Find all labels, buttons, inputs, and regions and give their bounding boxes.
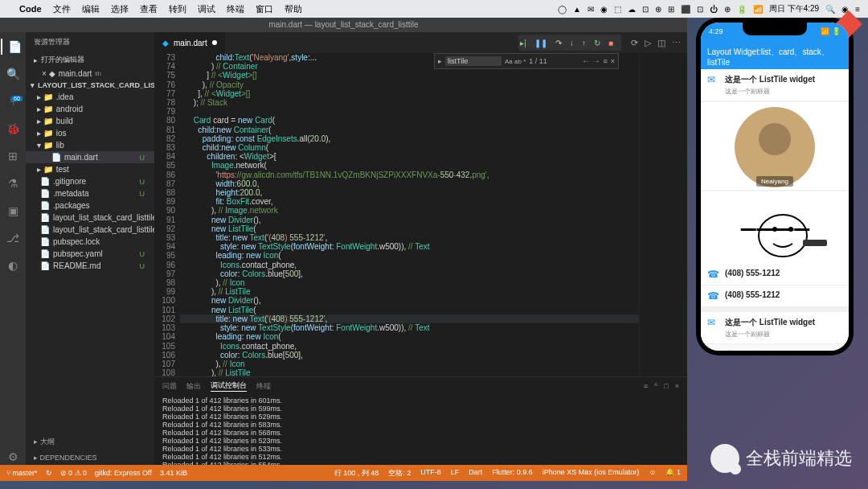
docker-icon[interactable]: ▣ xyxy=(5,203,21,219)
find-prev-icon[interactable]: ← xyxy=(582,57,589,65)
search-icon[interactable]: 🔍 xyxy=(825,5,835,14)
gitkd[interactable]: gitkd: Express Off xyxy=(95,469,152,477)
menu-file[interactable]: 文件 xyxy=(53,3,71,15)
sync[interactable]: ↻ xyxy=(46,469,52,477)
explorer-icon[interactable]: 📄 xyxy=(1,39,25,55)
test-icon[interactable]: ⚗ xyxy=(5,175,21,191)
open-editors-header[interactable]: ▸ 打开的编辑器 xyxy=(26,52,154,68)
debug-stepin-icon[interactable]: ↓ xyxy=(568,39,575,47)
tree-item[interactable]: 📄 pubspec.lock xyxy=(26,236,154,248)
tray-icon[interactable]: ▲ xyxy=(573,5,581,14)
menu-window[interactable]: 窗口 xyxy=(256,3,273,15)
tray-icon[interactable]: ⬛ xyxy=(681,5,690,14)
debug-step-icon[interactable]: ↷ xyxy=(554,39,563,47)
menu-select[interactable]: 选择 xyxy=(111,3,129,15)
panel-terminal[interactable]: 终端 xyxy=(256,381,271,392)
tray-icon[interactable]: ⊕ xyxy=(655,5,661,14)
find-close-icon[interactable]: × xyxy=(611,57,615,65)
tree-item[interactable]: ▸ 📁 ios xyxy=(26,127,154,139)
feedback-icon[interactable]: ☺ xyxy=(649,468,656,479)
restart-icon[interactable]: ⟳ xyxy=(631,38,638,48)
debug-stepout-icon[interactable]: ↑ xyxy=(580,39,588,47)
flutter-ver[interactable]: Flutter: 0.9.6 xyxy=(492,468,533,479)
clock[interactable]: 周日 下午4:29 xyxy=(769,3,819,14)
menu-icon[interactable]: ≡ xyxy=(855,5,860,14)
tree-item[interactable]: 📄 .gitignoreU xyxy=(26,175,154,187)
panel-problems[interactable]: 问题 xyxy=(162,381,177,392)
tray-icon[interactable]: ◯ xyxy=(558,5,567,14)
panel-max-icon[interactable]: □ xyxy=(664,382,668,390)
menu-goto[interactable]: 转到 xyxy=(169,3,186,15)
flutter-icon[interactable]: ◐ xyxy=(5,257,21,273)
tray-icon[interactable]: ⊡ xyxy=(697,5,703,14)
find-input[interactable] xyxy=(445,56,502,66)
run-icon[interactable]: ▷ xyxy=(645,38,651,48)
list-tile-phone[interactable]: ☎ (408) 555-1212 xyxy=(701,286,849,306)
problems[interactable]: ⊘ 0 ⚠ 0 xyxy=(60,469,88,477)
tray-icon[interactable]: ⊞ xyxy=(668,5,674,14)
panel-output[interactable]: 输出 xyxy=(186,381,201,392)
tray-icon[interactable]: ✉ xyxy=(588,5,594,14)
panel-clear-icon[interactable]: ≡ xyxy=(644,382,648,390)
tree-item[interactable]: 📄 layout_list_stack_card_listtile_androi… xyxy=(26,212,154,224)
tree-item[interactable]: 📄 README.mdU xyxy=(26,260,154,272)
tree-item[interactable]: 📄 main.dartU xyxy=(26,151,154,163)
list-tile-phone[interactable]: ☎ (408) 555-1212 xyxy=(701,264,849,285)
code-editor[interactable]: 7374757677787980818283848586878889909192… xyxy=(154,53,687,376)
panel-debug-console[interactable]: 调试控制台 xyxy=(211,380,247,392)
tree-item[interactable]: ▸ 📁 .idea xyxy=(26,91,154,103)
menu-terminal[interactable]: 终端 xyxy=(227,3,244,15)
tray-icon[interactable]: ⊡ xyxy=(642,5,649,14)
wifi-icon[interactable]: 📶 xyxy=(753,5,763,14)
panel-up-icon[interactable]: ^ xyxy=(654,382,657,390)
phone-body[interactable]: ✉ 这是一个 ListTile widget这是一个副标题 Nealyang ▬… xyxy=(701,69,849,351)
battery-icon[interactable]: 🔋 xyxy=(737,5,747,14)
project-root[interactable]: ▾ LAYOUT_LIST_STACK_CARD_LISTTILE xyxy=(26,80,154,91)
outline-section[interactable]: ▸ 大纲 xyxy=(26,434,154,450)
settings-icon[interactable]: ⚙ xyxy=(5,449,21,465)
tree-item[interactable]: ▸ 📁 build xyxy=(26,115,154,127)
cursor-pos[interactable]: 行 100 , 列 48 xyxy=(334,468,379,479)
device[interactable]: iPhone XS Max (ios Emulator) xyxy=(542,468,640,479)
tree-item[interactable]: 📄 .metadataU xyxy=(26,187,154,199)
indent[interactable]: 空格: 2 xyxy=(388,468,411,479)
split-icon[interactable]: ◫ xyxy=(657,38,665,48)
deps-section[interactable]: ▸ DEPENDENCIES xyxy=(26,450,154,465)
debug-icon[interactable]: 🐞 xyxy=(5,121,21,137)
debug-continue-icon[interactable]: ▸| xyxy=(518,39,528,47)
extensions-icon[interactable]: ⊞ xyxy=(5,148,21,164)
gitlens-icon[interactable]: ⎇ xyxy=(5,230,21,246)
tree-item[interactable]: 📄 layout_list_stack_card_listtile.imlU xyxy=(26,224,154,236)
tray-icon[interactable]: ⊕ xyxy=(724,5,731,14)
open-editor-item[interactable]: × ◆ main.dart lib xyxy=(26,68,154,80)
list-tile[interactable]: ✉ 这是一个 ListTile widget这是一个副标题 xyxy=(701,312,849,343)
find-next-icon[interactable]: → xyxy=(592,57,600,65)
tree-item[interactable]: ▾ 📁 lib xyxy=(26,139,154,151)
list-tile[interactable]: ✉ 这是一个 ListTile widget这是一个副标题 xyxy=(701,69,849,101)
branch[interactable]: ⑂ master* xyxy=(6,469,38,477)
encoding[interactable]: UTF-8 xyxy=(420,468,441,479)
menu-debug[interactable]: 调试 xyxy=(198,3,215,15)
tray-icon[interactable]: ⏻ xyxy=(710,5,718,14)
tray-icon[interactable]: ☁ xyxy=(628,5,636,14)
tray-icon[interactable]: ◉ xyxy=(600,5,608,14)
more-icon[interactable]: ⋯ xyxy=(672,38,681,48)
tree-item[interactable]: ▸ 📁 android xyxy=(26,103,154,115)
lang[interactable]: Dart xyxy=(469,468,482,479)
search-icon[interactable]: 🔍 xyxy=(5,66,21,82)
menu-edit[interactable]: 编辑 xyxy=(82,3,100,15)
menu-help[interactable]: 帮助 xyxy=(285,3,302,15)
scm-icon[interactable]: ⑂60 xyxy=(5,93,21,109)
find-prev-icon[interactable]: ▸ xyxy=(438,57,442,65)
debug-pause-icon[interactable]: ❚❚ xyxy=(533,39,549,47)
panel-close-icon[interactable]: × xyxy=(675,382,679,390)
bell[interactable]: 🔔 1 xyxy=(665,468,681,479)
find-select-icon[interactable]: ≡ xyxy=(603,57,607,65)
tab-main-dart[interactable]: ◆main.dart xyxy=(154,32,226,53)
debug-restart-icon[interactable]: ↻ xyxy=(592,39,602,47)
minimap[interactable] xyxy=(639,53,687,376)
menu-view[interactable]: 查看 xyxy=(140,3,158,15)
debug-stop-icon[interactable]: ■ xyxy=(607,39,615,47)
list-tile[interactable]: ✉ 这是一个 ListTile widget xyxy=(701,344,849,351)
app-name[interactable]: Code xyxy=(19,4,42,14)
